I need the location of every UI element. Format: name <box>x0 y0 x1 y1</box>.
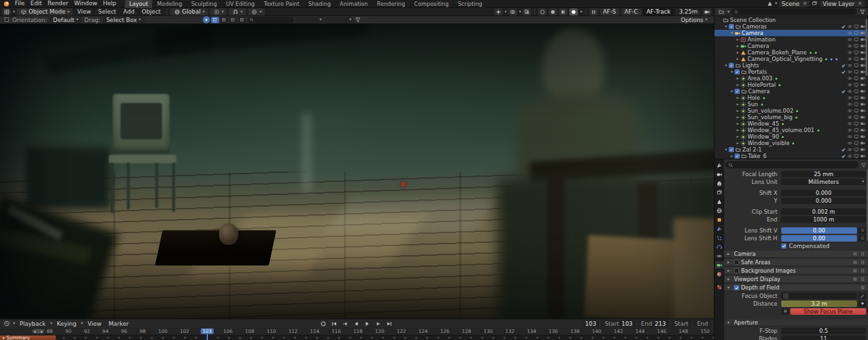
outliner-item-label[interactable]: Scene Collection <box>730 17 776 23</box>
outliner-item-label[interactable]: Camera <box>742 30 763 36</box>
workspace-tab-uv-editing[interactable]: UV Editing <box>222 0 259 8</box>
panel-menu-icon[interactable] <box>852 260 858 266</box>
disable-in-renders-toggle[interactable] <box>860 121 866 127</box>
scene-selector[interactable]: Scene × <box>779 1 810 7</box>
menu-marker[interactable]: Marker <box>106 321 131 327</box>
hide-in-viewport-toggle[interactable] <box>847 50 853 56</box>
disable-in-renders-toggle[interactable] <box>860 89 866 95</box>
disable-in-renders-toggle[interactable] <box>860 128 866 133</box>
transform-orientation-dropdown[interactable]: Global ▾ <box>170 8 208 16</box>
show-focus-plane-button[interactable]: Show Focus Plane <box>790 308 866 315</box>
workspace-tab-animation[interactable]: Animation <box>336 0 372 8</box>
outliner-item-label[interactable]: Area.003 <box>748 75 773 82</box>
search-input[interactable] <box>247 17 294 23</box>
menu-render[interactable]: Render <box>45 0 71 7</box>
outliner-item-label[interactable]: Camera <box>748 88 770 95</box>
hide-in-viewport-toggle[interactable] <box>847 43 853 49</box>
hide-in-viewport-toggle[interactable] <box>847 56 853 62</box>
hide-in-viewport-toggle[interactable] <box>847 115 853 120</box>
disable-in-viewports-toggle[interactable] <box>853 37 860 43</box>
outliner-item-label[interactable]: Camera_Bokeh_Plane <box>748 49 806 56</box>
hide-in-viewport-toggle[interactable] <box>847 82 853 88</box>
expand-arrow[interactable]: ▾ <box>729 69 735 74</box>
jump-to-end-button[interactable] <box>385 320 394 328</box>
summary-channel[interactable]: ▾ Summary <box>0 335 56 340</box>
snap-toggle[interactable]: ▾ <box>229 8 246 16</box>
outliner-row[interactable]: ▸Sun_volume_big <box>714 114 868 120</box>
compensated-checkbox[interactable]: Compensated <box>781 243 866 249</box>
checkbox-unchecked-icon[interactable] <box>734 260 739 265</box>
hide-in-viewport-toggle[interactable] <box>847 134 853 140</box>
timeline-scrollbar[interactable]: ◂▸ <box>32 329 44 334</box>
editor-type-button[interactable] <box>717 8 725 16</box>
workspace-tab-shading[interactable]: Shading <box>304 0 336 8</box>
expand-arrow[interactable]: ▸ <box>735 121 740 126</box>
show-gizmo-toggle[interactable] <box>494 8 503 16</box>
shading-solid-button[interactable] <box>549 8 557 16</box>
outliner-item-label[interactable]: HolePortal <box>748 82 776 88</box>
outliner-row[interactable]: Scene Collection <box>714 17 868 23</box>
disable-in-viewports-toggle[interactable] <box>853 115 860 120</box>
workspace-tab-compositing[interactable]: Compositing <box>409 0 453 8</box>
disable-in-viewports-toggle[interactable] <box>853 141 860 146</box>
outliner-row[interactable]: ▸HolePortal <box>714 82 868 88</box>
expand-arrow[interactable]: ▾ <box>724 147 729 152</box>
previous-keyframe-button[interactable] <box>341 320 350 328</box>
menu-add[interactable]: Add <box>120 8 137 15</box>
expand-arrow[interactable]: ▸ <box>735 37 740 42</box>
eyedropper-button[interactable] <box>858 293 866 299</box>
disable-in-viewports-toggle[interactable] <box>853 121 860 127</box>
hide-in-viewport-toggle[interactable] <box>847 63 853 69</box>
expand-arrow[interactable]: ▸ <box>735 82 740 87</box>
hide-in-viewport-toggle[interactable] <box>847 24 853 30</box>
disable-in-renders-toggle[interactable] <box>860 108 866 114</box>
menu-select[interactable]: Select <box>96 8 119 15</box>
af-s-button[interactable]: AF-S <box>600 8 619 16</box>
panel-menu-icon[interactable] <box>852 277 858 282</box>
collection-enable-checkbox[interactable] <box>840 69 847 75</box>
hide-in-viewport-toggle[interactable] <box>847 102 853 108</box>
blender-logo-icon[interactable] <box>3 1 10 7</box>
keyframe-decorator-button[interactable] <box>858 300 866 307</box>
workspace-tab-rendering[interactable]: Rendering <box>372 0 409 8</box>
disable-in-viewports-toggle[interactable] <box>853 69 860 75</box>
disable-in-viewports-toggle[interactable] <box>853 89 860 95</box>
properties-tab-particles[interactable] <box>715 234 724 242</box>
expand-arrow[interactable]: ▸ <box>735 76 740 81</box>
section-safe-areas[interactable]: ▸ Safe Areas <box>724 258 868 266</box>
menu-view[interactable]: View <box>74 8 93 15</box>
menu-window[interactable]: Window <box>72 0 100 7</box>
view-layer-selector[interactable]: View Layer × <box>820 1 865 7</box>
animate-decorator-button[interactable] <box>858 227 866 234</box>
blades-field[interactable]: 11 <box>781 335 866 340</box>
section-aperture[interactable]: ▾ Aperture <box>724 319 868 326</box>
select-mode-subtract-button[interactable] <box>229 17 237 23</box>
outliner-item-label[interactable]: Window_90 <box>748 133 779 140</box>
outliner-item-label[interactable]: Sun_volume.002 <box>748 108 794 114</box>
preview-range-start-button[interactable]: Start <box>671 320 692 327</box>
properties-tab-scene[interactable] <box>715 198 724 205</box>
section-depth-of-field[interactable]: ▾ Depth of Field <box>724 284 868 291</box>
expand-arrow[interactable]: ▸ <box>735 43 740 49</box>
expand-arrow[interactable]: ▸ <box>735 102 740 107</box>
collection-exclude-checkbox[interactable] <box>729 147 734 152</box>
hide-in-viewport-toggle[interactable] <box>847 30 853 36</box>
outliner-item-label[interactable]: Window_45 <box>748 120 779 127</box>
distance-slider[interactable]: 3.2 m <box>781 300 857 307</box>
outliner-row[interactable]: ▾Portals <box>714 69 868 75</box>
properties-tab-render[interactable] <box>715 170 724 178</box>
hide-in-viewport-toggle[interactable] <box>847 147 853 153</box>
outliner-row[interactable]: ▸Camera_Optical_Vignetting <box>714 56 868 62</box>
keyframes-row[interactable] <box>57 335 714 340</box>
menu-view[interactable]: View <box>85 321 104 327</box>
properties-tab-physics[interactable] <box>715 243 724 251</box>
pivot-dropdown[interactable]: ▾ <box>210 8 227 16</box>
collection-exclude-checkbox[interactable] <box>735 153 740 159</box>
hide-in-viewport-toggle[interactable] <box>847 89 853 95</box>
properties-tab-texture[interactable] <box>715 283 724 291</box>
collection-exclude-checkbox[interactable] <box>729 63 734 68</box>
disable-in-renders-toggle[interactable] <box>860 95 866 101</box>
show-overlays-toggle[interactable] <box>508 8 517 16</box>
editor-type-button[interactable] <box>3 8 11 16</box>
expand-arrow[interactable]: ▸ <box>735 50 740 55</box>
